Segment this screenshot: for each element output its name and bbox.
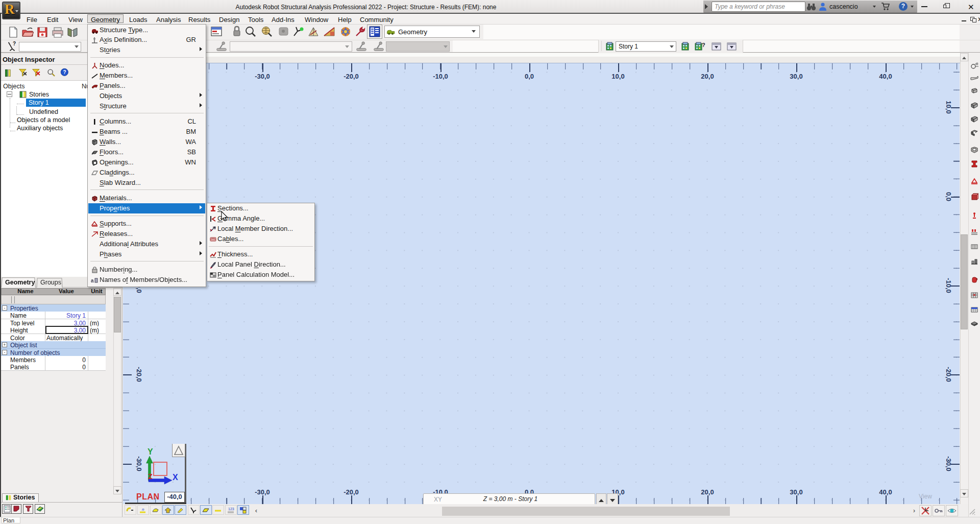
- svg-text:a: a: [91, 278, 94, 283]
- svg-text:n: n: [142, 507, 144, 512]
- svg-text:?: ?: [13, 41, 16, 46]
- svg-text:?: ?: [63, 69, 66, 75]
- svg-text:123: 123: [228, 507, 234, 511]
